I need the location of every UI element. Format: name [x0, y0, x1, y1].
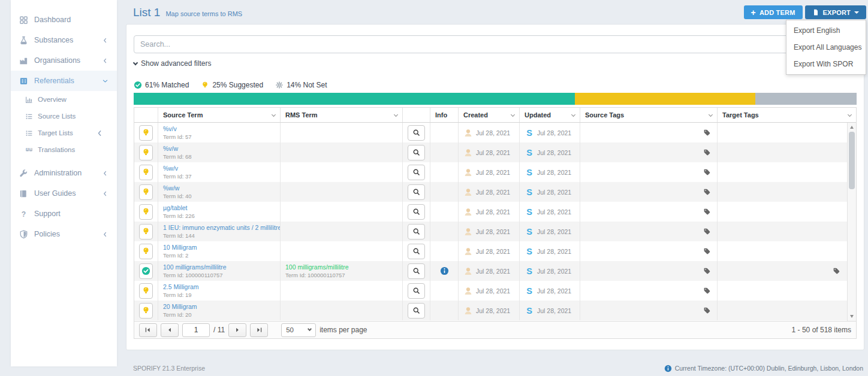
created-cell: Jul 28, 2021: [459, 142, 520, 162]
sidebar-item-user-guides[interactable]: User Guides: [11, 183, 117, 204]
column-header-target-tags[interactable]: Target Tags: [718, 108, 856, 122]
source-tags-cell[interactable]: [580, 202, 718, 222]
sidebar-item-translations[interactable]: ABTranslations: [11, 141, 117, 158]
updated-cell: SJul 28, 2021: [520, 162, 580, 182]
first-page-button[interactable]: [139, 323, 157, 337]
updated-cell: SJul 28, 2021: [520, 241, 580, 261]
suggested-status-button[interactable]: [139, 125, 153, 141]
created-cell: Jul 28, 2021: [459, 202, 520, 222]
page-number-input[interactable]: [182, 323, 210, 337]
target-tags-cell: [718, 182, 856, 202]
source-tags-cell[interactable]: [580, 261, 718, 281]
sidebar-item-label: Substances: [34, 36, 73, 44]
advanced-filters-toggle[interactable]: Show advanced filters: [134, 59, 211, 68]
suggested-status-button[interactable]: [139, 283, 153, 299]
sidebar-item-substances[interactable]: Substances: [11, 30, 117, 50]
rms-search-cell: [403, 182, 430, 202]
column-header-source-term[interactable]: Source Term: [158, 108, 281, 122]
stat-label: 61% Matched: [145, 81, 189, 89]
rms-term-link[interactable]: 100 milligrams/millilitre: [285, 263, 349, 271]
source-tags-cell[interactable]: [580, 281, 718, 301]
last-page-button[interactable]: [250, 323, 268, 337]
rms-search-button[interactable]: [408, 263, 425, 279]
sidebar-item-source-lists[interactable]: Source Lists: [11, 108, 117, 125]
rms-search-button[interactable]: [408, 224, 425, 239]
source-tags-cell[interactable]: [580, 142, 718, 162]
source-term-id: Term Id: 144: [163, 232, 195, 239]
rms-search-button[interactable]: [408, 145, 425, 160]
column-header-updated[interactable]: Updated: [520, 108, 580, 122]
matched-status-button[interactable]: [139, 263, 153, 279]
source-term-link[interactable]: 20 Milligram: [163, 303, 197, 311]
tag-icon: [703, 267, 711, 275]
sidebar-item-policies[interactable]: Policies: [11, 224, 117, 244]
source-tags-cell[interactable]: [580, 222, 718, 241]
suggested-status-button[interactable]: [139, 204, 153, 220]
export-menu-item-export-english[interactable]: Export English: [786, 22, 866, 39]
suggested-status-button[interactable]: [139, 165, 153, 180]
sidebar-item-administration[interactable]: Administration: [11, 163, 117, 183]
suggested-status-button[interactable]: [139, 244, 153, 259]
pagination-bar: / 11 50 items per page 1 - 50 of 518 ite…: [134, 321, 856, 338]
info-cell[interactable]: [430, 261, 459, 281]
column-label: Created: [463, 111, 488, 119]
search-input[interactable]: [134, 35, 858, 53]
source-tags-cell[interactable]: [580, 182, 718, 202]
source-term-link[interactable]: %w/w: [163, 184, 179, 192]
source-term-link[interactable]: 10 Milligram: [163, 244, 197, 251]
target-tags-cell[interactable]: [718, 261, 856, 281]
scroll-up-arrow-icon[interactable]: [850, 126, 854, 129]
column-header-created[interactable]: Created: [459, 108, 520, 122]
sidebar-item-overview[interactable]: Overview: [11, 91, 117, 108]
previous-page-button[interactable]: [161, 323, 179, 337]
sidebar-item-target-lists[interactable]: Target Lists: [11, 125, 117, 141]
source-tags-cell[interactable]: [580, 162, 718, 182]
source-term-link[interactable]: µg/tablet: [163, 204, 188, 212]
suggested-status-button[interactable]: [139, 145, 153, 160]
created-cell: Jul 28, 2021: [459, 123, 520, 142]
suggested-status-button[interactable]: [139, 303, 153, 319]
export-menu-item-export-all-languages[interactable]: Export All Languages: [786, 39, 866, 56]
source-term-link[interactable]: 2.5 Milligram: [163, 283, 199, 291]
rms-search-button[interactable]: [408, 303, 425, 319]
source-term-link[interactable]: 100 milligrams/millilitre: [163, 263, 227, 271]
table-scrollbar[interactable]: [847, 123, 856, 321]
sort-chevron-icon: [571, 112, 575, 116]
sidebar-item-referentials[interactable]: Referentials: [11, 71, 117, 91]
rms-search-button[interactable]: [408, 165, 425, 180]
rms-search-cell: [403, 162, 430, 182]
suggested-status-button[interactable]: [139, 224, 153, 239]
sidebar-item-label: Organisations: [34, 56, 80, 65]
source-term-link[interactable]: %v/v: [163, 125, 177, 133]
source-term-link[interactable]: %v/w: [163, 145, 178, 153]
sort-chevron-icon: [848, 112, 852, 116]
rms-search-button[interactable]: [408, 244, 425, 259]
next-page-button[interactable]: [228, 323, 246, 337]
column-header-rms-term[interactable]: RMS Term: [281, 108, 403, 122]
rms-search-button[interactable]: [408, 204, 425, 220]
target-tags-cell: [718, 281, 856, 301]
add-term-button[interactable]: + ADD TERM: [744, 5, 803, 19]
source-tags-cell[interactable]: [580, 123, 718, 142]
sidebar-item-support[interactable]: ?Support: [11, 204, 117, 224]
stat-label: 14% Not Set: [287, 81, 327, 89]
updated-cell: SJul 28, 2021: [520, 142, 580, 162]
source-tags-cell[interactable]: [580, 241, 718, 261]
source-term-link[interactable]: %w/v: [163, 165, 178, 172]
rms-search-button[interactable]: [408, 184, 425, 200]
suggested-status-button[interactable]: [139, 184, 153, 200]
page-size-select[interactable]: 50: [281, 323, 316, 337]
source-tags-cell[interactable]: [580, 301, 718, 320]
source-term-link[interactable]: 1 IEU: immuno enzymatic units / 2 millil…: [163, 224, 281, 232]
rms-search-button[interactable]: [408, 283, 425, 299]
export-button[interactable]: EXPORT: [805, 5, 866, 19]
column-header-source-tags[interactable]: Source Tags: [580, 108, 718, 122]
scrollbar-thumb[interactable]: [849, 132, 855, 189]
column-header-info: Info: [430, 108, 459, 122]
sidebar-item-dashboard[interactable]: Dashboard: [11, 10, 117, 30]
export-menu-item-export-with-spor[interactable]: Export With SPOR: [786, 56, 866, 72]
sidebar-item-label: Policies: [34, 230, 60, 238]
sidebar-item-organisations[interactable]: Organisations: [11, 50, 117, 71]
rms-search-button[interactable]: [408, 125, 425, 141]
scroll-down-arrow-icon[interactable]: [850, 315, 854, 318]
